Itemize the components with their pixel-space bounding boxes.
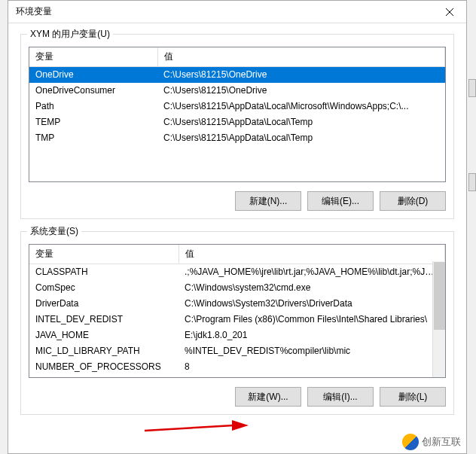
cell-value: C:\Program Files (x86)\Common Files\Inte… — [178, 312, 445, 328]
cell-value: %INTEL_DEV_REDIST%compiler\lib\mic — [178, 343, 445, 359]
cell-name: CLASSPATH — [29, 264, 178, 280]
user-vars-fieldset: XYM 的用户变量(U) 变量 值 OneDriveC:\Users\81215… — [20, 34, 454, 219]
cell-name: OneDrive — [29, 67, 157, 83]
table-row[interactable]: PathC:\Users\81215\AppData\Local\Microso… — [29, 99, 445, 114]
cell-value: C:\Users\81215\OneDrive — [157, 67, 445, 83]
cell-name: DriverData — [29, 296, 178, 312]
system-vars-buttons: 新建(W)... 编辑(I)... 删除(L) — [29, 387, 446, 407]
scrollbar[interactable] — [432, 261, 445, 377]
system-vars-fieldset: 系统变量(S) 变量 值 CLASSPATH.;%JAVA_HOME%\jre\… — [20, 231, 454, 415]
dialog-title: 环境变量 — [16, 5, 52, 18]
col-value[interactable]: 值 — [178, 245, 445, 264]
scroll-thumb[interactable] — [434, 262, 445, 330]
watermark-logo-icon — [402, 434, 419, 450]
system-new-button[interactable]: 新建(W)... — [235, 387, 301, 407]
cell-value: C:\Users\81215\AppData\Local\Temp — [157, 114, 445, 130]
cell-name: TEMP — [29, 114, 157, 130]
user-new-button[interactable]: 新建(N)... — [235, 191, 301, 211]
user-vars-table[interactable]: 变量 值 OneDriveC:\Users\81215\OneDriveOneD… — [29, 47, 446, 182]
table-row[interactable]: MIC_LD_LIBRARY_PATH%INTEL_DEV_REDIST%com… — [29, 343, 445, 359]
cell-value: 8 — [178, 359, 445, 375]
cell-name: OneDriveConsumer — [29, 83, 157, 99]
cell-name: Path — [29, 99, 157, 114]
watermark: 创新互联 — [402, 434, 461, 450]
close-icon — [446, 8, 453, 16]
user-vars-buttons: 新建(N)... 编辑(E)... 删除(D) — [29, 191, 446, 211]
system-delete-button[interactable]: 删除(L) — [380, 387, 446, 407]
user-edit-button[interactable]: 编辑(E)... — [307, 191, 374, 211]
table-row[interactable]: DriverDataC:\Windows\System32\Drivers\Dr… — [29, 296, 445, 312]
cell-value: .;%JAVA_HOME%\jre\lib\rt.jar;%JAVA_HOME%… — [178, 264, 445, 280]
system-vars-table[interactable]: 变量 值 CLASSPATH.;%JAVA_HOME%\jre\lib\rt.j… — [29, 244, 446, 378]
col-name[interactable]: 变量 — [29, 47, 157, 67]
cell-name: NUMBER_OF_PROCESSORS — [29, 359, 178, 375]
cell-name: INTEL_DEV_REDIST — [29, 312, 178, 328]
edge-button[interactable] — [468, 79, 476, 97]
cell-value: C:\Users\81215\OneDrive — [157, 83, 445, 99]
cell-name: MIC_LD_LIBRARY_PATH — [29, 343, 178, 359]
cell-value: C:\Users\81215\AppData\Local\Temp — [157, 130, 445, 146]
table-row[interactable]: TEMPC:\Users\81215\AppData\Local\Temp — [29, 114, 445, 130]
cell-name: ComSpec — [29, 280, 178, 296]
table-row[interactable]: OneDriveC:\Users\81215\OneDrive — [29, 67, 445, 83]
cell-name: TMP — [29, 130, 157, 146]
system-edit-button[interactable]: 编辑(I)... — [307, 387, 374, 407]
user-delete-button[interactable]: 删除(D) — [380, 191, 446, 211]
user-vars-legend: XYM 的用户变量(U) — [27, 28, 113, 41]
cell-value: C:\Windows\system32\cmd.exe — [178, 280, 445, 296]
cell-value: C:\Windows\System32\Drivers\DriverData — [178, 296, 445, 312]
col-value[interactable]: 值 — [157, 47, 445, 67]
table-row[interactable]: OneDriveConsumerC:\Users\81215\OneDrive — [29, 83, 445, 99]
table-row[interactable]: TMPC:\Users\81215\AppData\Local\Temp — [29, 130, 445, 146]
table-row[interactable]: NUMBER_OF_PROCESSORS8 — [29, 359, 445, 375]
cell-name: JAVA_HOME — [29, 328, 178, 343]
dialog-content: XYM 的用户变量(U) 变量 值 OneDriveC:\Users\81215… — [8, 23, 466, 437]
cell-value: C:\Users\81215\AppData\Local\Microsoft\W… — [157, 99, 445, 114]
table-row[interactable]: JAVA_HOMEE:\jdk1.8.0_201 — [29, 328, 445, 343]
table-row[interactable]: ComSpecC:\Windows\system32\cmd.exe — [29, 280, 445, 296]
env-vars-dialog: 环境变量 XYM 的用户变量(U) 变量 值 OneDriveC:\Users\… — [8, 0, 467, 454]
edge-button[interactable] — [468, 173, 476, 191]
table-row[interactable]: INTEL_DEV_REDISTC:\Program Files (x86)\C… — [29, 312, 445, 328]
cell-value: E:\jdk1.8.0_201 — [178, 328, 445, 343]
col-name[interactable]: 变量 — [29, 245, 178, 264]
close-button[interactable] — [432, 1, 466, 23]
table-row[interactable]: CLASSPATH.;%JAVA_HOME%\jre\lib\rt.jar;%J… — [29, 264, 445, 280]
system-vars-legend: 系统变量(S) — [27, 225, 81, 238]
titlebar: 环境变量 — [8, 1, 466, 23]
watermark-text: 创新互联 — [422, 435, 461, 449]
